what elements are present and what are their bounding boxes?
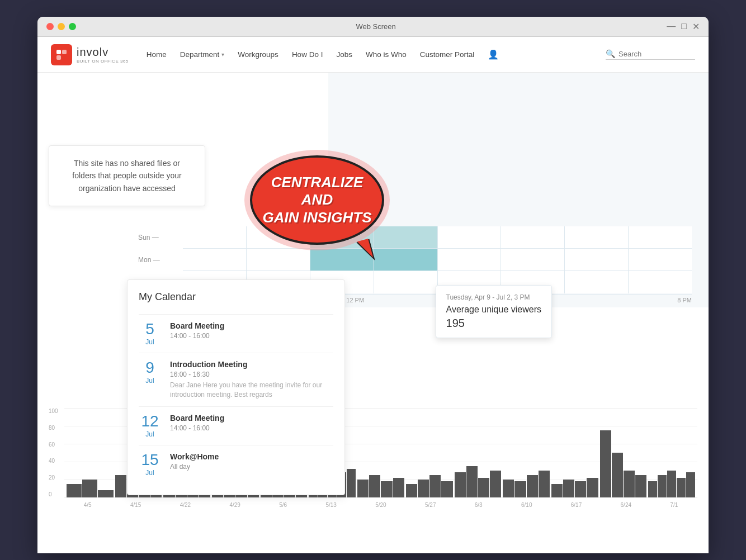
bar-group: [503, 471, 550, 497]
shared-files-text: This site has no shared files or folders…: [63, 157, 191, 194]
bar: [658, 475, 667, 497]
bar: [115, 475, 126, 497]
logo-text: involv BUILT ON OFFICE 365: [77, 46, 129, 64]
search-area[interactable]: 🔍: [606, 49, 695, 60]
x-label: 6/3: [475, 502, 483, 514]
x-label: 6/24: [621, 502, 631, 514]
bar: [648, 481, 657, 497]
browser-title: Web Screen: [85, 22, 667, 31]
my-calendar-panel: My Calendar 5 Jul Board Meeting 14:00 - …: [127, 279, 345, 495]
minimize-dot[interactable]: [58, 23, 65, 30]
bar-group: [551, 478, 598, 497]
bar: [624, 471, 635, 497]
nav-item-how-do-i[interactable]: How Do I: [292, 50, 323, 59]
bar: [527, 475, 538, 497]
search-icon: 🔍: [606, 49, 615, 58]
nav-item-customer-portal[interactable]: Customer Portal: [420, 50, 475, 59]
calendar-title: My Calendar: [139, 291, 333, 303]
bar: [587, 478, 598, 497]
x-label: 6/10: [521, 502, 532, 514]
bar: [455, 472, 466, 497]
x-label: 5/27: [425, 502, 436, 514]
bar: [600, 430, 611, 497]
bar: [667, 471, 676, 497]
bar: [98, 490, 113, 497]
speech-bubble: CENTRALIZE AND GAIN INSIGHTS: [250, 155, 384, 245]
bar-group: [67, 480, 114, 497]
calendar-event[interactable]: 9 Jul Introduction Meeting 16:00 - 16:30…: [139, 353, 333, 406]
x-axis: 4/5 4/15 4/22 4/29 5/6 5/13 5/20 5/27 6/…: [64, 502, 697, 514]
tooltip-date: Tuesday, Apr 9 - Jul 2, 3 PM: [446, 293, 541, 301]
chevron-down-icon: ▾: [221, 51, 224, 58]
time-label-12pm: 12 PM: [346, 297, 364, 303]
day-label-mon: Mon —: [138, 249, 160, 271]
logo[interactable]: involv BUILT ON OFFICE 365: [51, 44, 129, 65]
restore-button[interactable]: □: [681, 21, 687, 32]
browser-window: Web Screen — □ ✕ involv BUILT ON OFFICE …: [37, 17, 709, 553]
y-label-20: 20: [49, 474, 62, 481]
svg-rect-2: [56, 55, 61, 60]
nav-item-who-is-who[interactable]: Who is Who: [366, 50, 407, 59]
bar-group: [357, 475, 404, 497]
bar: [357, 480, 369, 497]
event-details: Introduction Meeting 16:00 - 16:30 Dear …: [170, 360, 333, 400]
bar: [369, 475, 380, 497]
bar: [429, 475, 441, 497]
time-label-8pm: 8 PM: [677, 297, 692, 303]
bar: [551, 484, 563, 497]
bar: [406, 484, 417, 497]
nav-item-workgroups[interactable]: Workgroups: [238, 50, 278, 59]
close-dot[interactable]: [46, 23, 54, 30]
event-date: 15 Jul: [139, 452, 161, 477]
y-axis: 0 20 40 60 80 100: [49, 408, 64, 497]
maximize-dot[interactable]: [69, 23, 76, 30]
search-input[interactable]: [618, 50, 686, 58]
event-details: Board Meeting 14:00 - 16:00: [170, 321, 333, 346]
bar: [347, 469, 356, 497]
bar: [563, 480, 574, 497]
nav-item-department[interactable]: Department ▾: [180, 50, 225, 59]
nav-item-jobs[interactable]: Jobs: [336, 50, 352, 59]
tooltip-label: Average unique viewers: [446, 305, 541, 315]
bar-group: [455, 466, 502, 497]
day-label-sun: Sun —: [138, 226, 160, 249]
y-label-100: 100: [49, 408, 62, 414]
bar: [441, 481, 452, 497]
calendar-event[interactable]: 12 Jul Board Meeting 14:00 - 16:00: [139, 406, 333, 445]
event-details: Work@Home All day: [170, 452, 333, 477]
bubble-text: CENTRALIZE AND GAIN INSIGHTS: [252, 168, 382, 232]
bar: [67, 484, 82, 497]
minimize-button[interactable]: —: [667, 21, 676, 32]
bar: [635, 475, 646, 497]
bar: [466, 466, 478, 497]
calendar-event[interactable]: 15 Jul Work@Home All day: [139, 445, 333, 483]
bar: [514, 481, 526, 497]
bar: [393, 478, 404, 497]
y-label-80: 80: [49, 425, 62, 431]
logo-name: involv: [77, 46, 129, 59]
bubble-shape: CENTRALIZE AND GAIN INSIGHTS: [250, 155, 384, 245]
svg-rect-0: [56, 50, 61, 54]
bar: [503, 480, 514, 497]
event-date: 9 Jul: [139, 360, 161, 400]
x-label: 4/15: [130, 502, 141, 514]
bar: [82, 480, 97, 497]
calendar-event[interactable]: 5 Jul Board Meeting 14:00 - 16:00: [139, 314, 333, 353]
nav-item-home[interactable]: Home: [147, 50, 167, 59]
calendar-tooltip: Tuesday, Apr 9 - Jul 2, 3 PM Average uni…: [436, 285, 552, 338]
shared-files-notice: This site has no shared files or folders…: [49, 145, 205, 206]
x-label: 5/20: [375, 502, 386, 514]
event-date: 12 Jul: [139, 414, 161, 438]
y-label-40: 40: [49, 458, 62, 464]
y-label-0: 0: [49, 491, 62, 497]
bar: [686, 472, 695, 497]
tooltip-value: 195: [446, 317, 541, 330]
bar-group: [648, 471, 695, 497]
event-date: 5 Jul: [139, 321, 161, 346]
bar: [418, 480, 429, 497]
bar-group: [600, 430, 647, 497]
bar: [478, 478, 489, 497]
svg-rect-1: [62, 50, 67, 54]
bar-group: [406, 475, 453, 497]
close-button[interactable]: ✕: [692, 21, 700, 32]
